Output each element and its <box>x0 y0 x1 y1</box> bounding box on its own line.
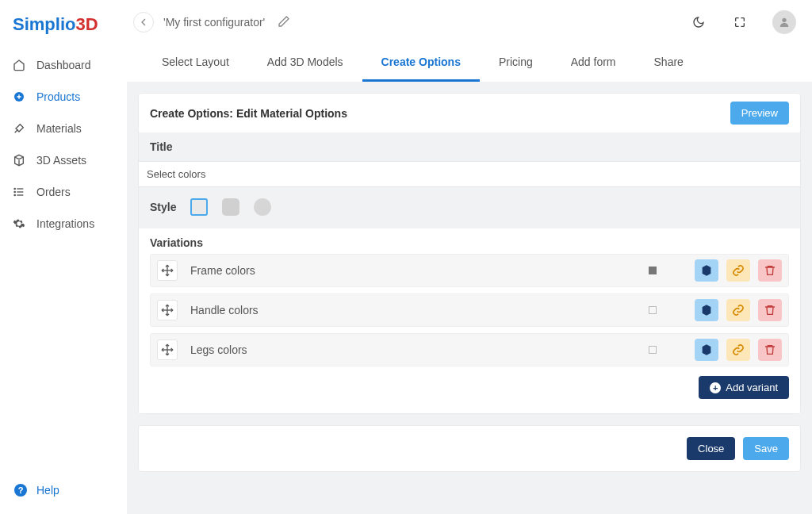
sidebar-item-label: Products <box>36 90 80 103</box>
sidebar-item-label: Materials <box>36 122 82 135</box>
save-button[interactable]: Save <box>743 437 789 460</box>
add-variant-row: + Add variant <box>150 373 789 405</box>
color-chip[interactable] <box>649 306 657 314</box>
sidebar-item-label: Integrations <box>36 217 94 230</box>
sidebar: Simplio3D Dashboard Products Materials 3… <box>0 0 127 514</box>
close-button[interactable]: Close <box>687 437 735 460</box>
sidebar-item-materials[interactable]: Materials <box>0 113 127 144</box>
sidebar-item-integrations[interactable]: Integrations <box>0 208 127 240</box>
help-link[interactable]: ? Help <box>0 476 127 504</box>
sidebar-item-orders[interactable]: Orders <box>0 176 127 208</box>
tab-pricing[interactable]: Pricing <box>480 44 552 82</box>
cube-icon <box>13 154 25 167</box>
home-icon <box>13 59 25 71</box>
variation-name: Handle colors <box>186 304 641 316</box>
trash-icon <box>764 304 776 316</box>
footer-panel: Close Save <box>138 425 801 472</box>
chevron-left-icon <box>137 16 150 29</box>
style-label: Style <box>150 201 176 213</box>
tab-label: Add form <box>571 56 616 68</box>
footer-actions: Close Save <box>139 426 800 471</box>
variation-name: Frame colors <box>186 264 641 277</box>
panel-title: Create Options: Edit Material Options <box>150 107 347 120</box>
user-icon <box>778 16 791 29</box>
sidebar-item-label: Dashboard <box>36 59 91 71</box>
help-label: Help <box>36 484 59 497</box>
drag-handle[interactable] <box>157 260 178 281</box>
variation-row: Frame colors <box>150 254 789 287</box>
plus-icon: + <box>710 382 721 393</box>
sidebar-item-3d-assets[interactable]: 3D Assets <box>0 144 127 176</box>
cube-icon <box>700 264 713 277</box>
tab-create-options[interactable]: Create Options <box>362 44 480 82</box>
title-section: Title <box>139 132 800 161</box>
variations-label: Variations <box>150 236 789 249</box>
tab-label: Pricing <box>499 56 533 68</box>
variation-name: Legs colors <box>186 343 641 356</box>
delete-button[interactable] <box>758 299 782 321</box>
theme-toggle[interactable] <box>690 13 707 31</box>
assign-material-button[interactable] <box>695 259 718 282</box>
sidebar-item-products[interactable]: Products <box>0 81 127 113</box>
edit-title-button[interactable] <box>278 15 290 30</box>
moon-icon <box>692 16 705 29</box>
plus-circle-icon <box>13 90 25 103</box>
svg-point-6 <box>14 194 15 195</box>
move-icon <box>161 304 174 316</box>
svg-point-5 <box>14 191 15 192</box>
button-label: Close <box>698 443 724 455</box>
back-button[interactable] <box>133 12 154 33</box>
trash-icon <box>764 343 776 356</box>
logo: Simplio3D <box>0 10 127 49</box>
delete-button[interactable] <box>758 339 782 361</box>
preview-button[interactable]: Preview <box>730 102 789 125</box>
content: Create Options: Edit Material Options Pr… <box>127 82 812 514</box>
link-icon <box>732 343 745 356</box>
link-button[interactable] <box>726 299 750 321</box>
title-label: Title <box>150 140 789 153</box>
link-icon <box>732 264 745 277</box>
drag-handle[interactable] <box>157 339 178 360</box>
style-option-square-outline[interactable] <box>190 198 208 216</box>
tab-share[interactable]: Share <box>635 44 703 82</box>
button-label: Preview <box>741 107 778 119</box>
tab-label: Create Options <box>381 56 461 68</box>
variation-row: Handle colors <box>150 293 789 327</box>
user-avatar[interactable] <box>772 10 796 34</box>
button-label: Add variant <box>726 382 778 393</box>
cube-icon <box>700 343 713 356</box>
options-panel: Create Options: Edit Material Options Pr… <box>138 93 801 414</box>
move-icon <box>161 343 174 356</box>
assign-material-button[interactable] <box>695 339 718 361</box>
title-input[interactable] <box>139 161 800 187</box>
link-button[interactable] <box>726 339 750 361</box>
tab-bar: Select Layout Add 3D Models Create Optio… <box>127 44 812 82</box>
breadcrumb: 'My first configurator' <box>163 16 265 29</box>
add-variant-button[interactable]: + Add variant <box>699 376 789 399</box>
delete-button[interactable] <box>758 259 782 282</box>
fullscreen-button[interactable] <box>731 13 749 31</box>
logo-text-1: Simplio <box>13 14 75 34</box>
sidebar-item-label: Orders <box>36 186 71 198</box>
assign-material-button[interactable] <box>695 299 718 321</box>
tab-label: Select Layout <box>162 56 229 68</box>
tab-select-layout[interactable]: Select Layout <box>143 44 248 82</box>
svg-point-7 <box>782 18 786 22</box>
drag-handle[interactable] <box>157 300 178 320</box>
tab-add-3d-models[interactable]: Add 3D Models <box>248 44 362 82</box>
link-button[interactable] <box>726 259 750 282</box>
style-option-square-solid[interactable] <box>222 198 239 216</box>
style-option-circle[interactable] <box>254 198 271 216</box>
button-label: Save <box>754 443 778 455</box>
color-chip[interactable] <box>649 267 657 274</box>
color-chip[interactable] <box>649 346 657 354</box>
sidebar-nav: Dashboard Products Materials 3D Assets O… <box>0 49 127 476</box>
tab-add-form[interactable]: Add form <box>552 44 635 82</box>
brush-icon <box>13 122 25 135</box>
tab-label: Add 3D Models <box>267 56 343 68</box>
sidebar-item-dashboard[interactable]: Dashboard <box>0 49 127 81</box>
logo-text-2: 3D <box>75 14 98 34</box>
trash-icon <box>764 264 776 277</box>
help-icon: ? <box>14 484 27 497</box>
pencil-icon <box>278 15 290 28</box>
